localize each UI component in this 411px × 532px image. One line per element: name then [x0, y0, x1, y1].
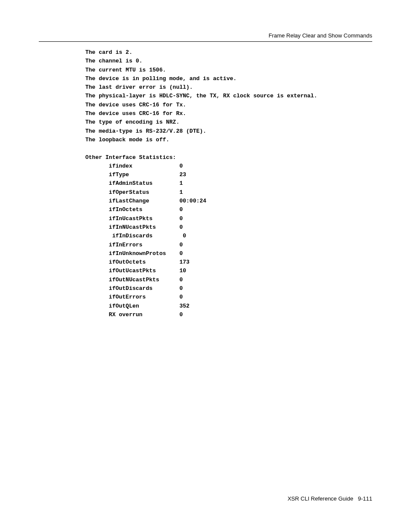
stat-row: ifLastChange 00:00:24 [85, 197, 372, 205]
stat-row: ifOutUcastPkts 10 [85, 267, 372, 275]
stat-row: ifInNUcastPkts 0 [85, 223, 372, 232]
footer-book-title: XSR CLI Reference Guide [287, 495, 353, 502]
page-footer: XSR CLI Reference Guide 9-111 [287, 495, 372, 502]
blank-line [85, 144, 372, 153]
stat-row: ifAdminStatus 1 [85, 179, 372, 188]
output-line: The current MTU is 1506. [85, 66, 372, 75]
output-line: The device is in polling mode, and is ac… [85, 75, 372, 83]
stats-header: Other Interface Statistics: [85, 153, 372, 162]
header-title: Frame Relay Clear and Show Commands [39, 32, 372, 39]
stat-row: ifType 23 [85, 171, 372, 179]
page-header: Frame Relay Clear and Show Commands [39, 32, 372, 42]
stat-row: ifInDiscards 0 [85, 232, 372, 240]
header-rule [39, 41, 372, 42]
stat-row: ifOutNUcastPkts 0 [85, 276, 372, 284]
output-line: The channel is 0. [85, 57, 372, 65]
stat-row: ifInUnknownProtos 0 [85, 249, 372, 258]
output-line: The physical-layer is HDLC-SYNC, the TX,… [85, 92, 372, 100]
output-line: The device uses CRC-16 for Tx. [85, 101, 372, 109]
stat-row: ifOutOctets 173 [85, 258, 372, 267]
output-line: The type of encoding is NRZ. [85, 118, 372, 127]
stat-row: ifInErrors 0 [85, 241, 372, 249]
stat-row: ifInUcastPkts 0 [85, 215, 372, 223]
terminal-output: The card is 2.The channel is 0.The curre… [85, 48, 372, 319]
output-line: The loopback mode is off. [85, 136, 372, 144]
page: Frame Relay Clear and Show Commands The … [0, 0, 411, 532]
stat-row: ifOperStatus 1 [85, 188, 372, 197]
stat-row: ifInOctets 0 [85, 205, 372, 214]
stat-row: ifindex 0 [85, 162, 372, 171]
output-line: The device uses CRC-16 for Rx. [85, 109, 372, 118]
output-line: The card is 2. [85, 48, 372, 57]
stat-row: ifOutErrors 0 [85, 293, 372, 302]
footer-page-number: 9-111 [358, 495, 372, 502]
output-line: The last driver error is (null). [85, 83, 372, 92]
stat-row: ifOutQLen 352 [85, 302, 372, 311]
stat-row: ifOutDiscards 0 [85, 284, 372, 293]
output-line: The media-type is RS-232/V.28 (DTE). [85, 127, 372, 136]
stat-row: RX overrun 0 [85, 311, 372, 319]
